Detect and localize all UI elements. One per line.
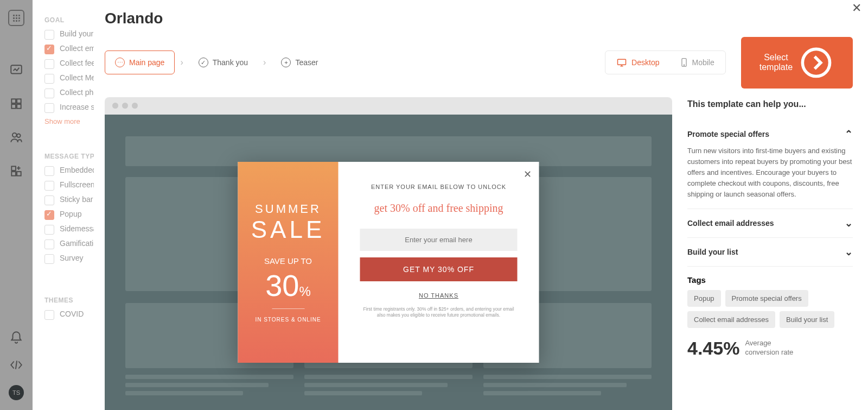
device-toggle: Desktop Mobile xyxy=(605,51,726,74)
tag[interactable]: Popup xyxy=(687,290,721,307)
checkbox[interactable] xyxy=(44,310,54,320)
template-title: Orlando xyxy=(105,10,853,27)
select-template-button[interactable]: Select template xyxy=(741,37,853,89)
top-controls-row: ⋯Main page › ✓Thank you › +Teaser Deskto… xyxy=(105,37,853,89)
popup-submit-button[interactable]: GET MY 30% OFF xyxy=(360,257,518,281)
preview-canvas: SUMMER SALE SAVE UP TO 30% IN STORES & O… xyxy=(105,115,672,410)
tags-list: PopupPromote special offersCollect email… xyxy=(687,290,853,328)
check-icon: ✓ xyxy=(199,58,208,67)
accordion-item: Build your list⌄ xyxy=(687,238,853,267)
chevron-right-icon: › xyxy=(263,58,266,67)
checkbox[interactable] xyxy=(44,45,54,54)
message-type-label: Survey xyxy=(60,254,84,262)
checkbox[interactable] xyxy=(44,74,54,84)
svg-point-13 xyxy=(802,49,829,76)
tag[interactable]: Promote special offers xyxy=(725,290,808,307)
checkbox[interactable] xyxy=(44,239,54,249)
tab-main-page[interactable]: ⋯Main page xyxy=(105,51,175,74)
chevron-up-icon: ⌃ xyxy=(845,128,853,140)
popup-text: SAVE UP TO xyxy=(264,256,312,266)
close-icon[interactable]: ✕ xyxy=(852,1,861,15)
checkbox[interactable] xyxy=(44,166,54,176)
svg-point-12 xyxy=(684,65,685,66)
accordion-header[interactable]: Promote special offers⌃ xyxy=(687,128,853,140)
info-column: This template can help you... Promote sp… xyxy=(687,97,853,410)
template-detail-panel: ✕ Orlando ⋯Main page › ✓Thank you › +Tea… xyxy=(94,0,868,410)
accordion-body: Turn new visitors into first-time buyers… xyxy=(687,146,853,200)
checkbox[interactable] xyxy=(44,30,54,40)
desktop-icon xyxy=(616,58,627,67)
message-type-label: Popup xyxy=(60,210,81,218)
rail-dim-overlay xyxy=(0,0,33,410)
checkbox[interactable] xyxy=(44,254,54,264)
rate-label: Averageconversion rate xyxy=(745,339,793,357)
device-desktop[interactable]: Desktop xyxy=(605,51,670,74)
rate-number: 4.45% xyxy=(687,338,739,359)
chevron-down-icon: ⌄ xyxy=(845,246,853,258)
message-type-label: Embedded xyxy=(60,166,97,174)
tab-teaser[interactable]: +Teaser xyxy=(271,51,328,74)
popup-percent: 30% xyxy=(265,268,311,303)
tags-heading: Tags xyxy=(687,275,853,285)
popup-no-thanks[interactable]: NO THANKS xyxy=(419,292,458,299)
page-tabs: ⋯Main page › ✓Thank you › +Teaser xyxy=(105,51,328,74)
popup-text: SUMMER xyxy=(255,202,321,216)
theme-label: COVID xyxy=(60,310,84,318)
message-type-label: Fullscreen xyxy=(60,180,95,189)
popup-text: SALE xyxy=(251,216,326,243)
checkbox[interactable] xyxy=(44,195,54,205)
dots-icon: ⋯ xyxy=(115,58,125,67)
popup-email-input[interactable] xyxy=(360,229,518,251)
divider xyxy=(272,308,304,309)
message-type-label: Sticky bar xyxy=(60,195,93,204)
tag[interactable]: Build your list xyxy=(780,311,834,328)
accordion-item: Collect email addresses⌄ xyxy=(687,209,853,238)
mobile-icon xyxy=(681,58,687,67)
checkbox[interactable] xyxy=(44,59,54,69)
popup-text: IN STORES & ONLINE xyxy=(255,317,321,323)
popup-heading: ENTER YOUR EMAIL BELOW TO UNLOCK xyxy=(371,184,506,190)
checkbox[interactable] xyxy=(44,103,54,113)
popup-left-panel: SUMMER SALE SAVE UP TO 30% IN STORES & O… xyxy=(238,162,339,363)
chevron-right-icon: › xyxy=(180,58,183,67)
device-mobile[interactable]: Mobile xyxy=(670,51,725,74)
preview-column: SUMMER SALE SAVE UP TO 30% IN STORES & O… xyxy=(105,97,672,410)
checkbox[interactable] xyxy=(44,181,54,191)
checkbox[interactable] xyxy=(44,210,54,220)
tab-thank-you[interactable]: ✓Thank you xyxy=(189,51,258,74)
browser-chrome xyxy=(105,97,672,115)
popup-preview: SUMMER SALE SAVE UP TO 30% IN STORES & O… xyxy=(238,162,539,363)
window-dot xyxy=(132,103,138,109)
accordion-header[interactable]: Collect email addresses⌄ xyxy=(687,217,853,229)
accordion-header[interactable]: Build your list⌄ xyxy=(687,246,853,258)
tag[interactable]: Collect email addresses xyxy=(687,311,775,328)
chevron-down-icon: ⌄ xyxy=(845,217,853,229)
checkbox[interactable] xyxy=(44,225,54,235)
window-dot xyxy=(112,103,118,109)
popup-subheading: get 30% off and free shipping xyxy=(374,202,503,215)
checkbox[interactable] xyxy=(44,89,54,98)
popup-right-panel: ✕ ENTER YOUR EMAIL BELOW TO UNLOCK get 3… xyxy=(339,162,539,363)
conversion-rate: 4.45% Averageconversion rate xyxy=(687,338,853,359)
svg-rect-10 xyxy=(618,60,626,65)
plus-icon: + xyxy=(281,58,291,67)
accordion-item: Promote special offers⌃Turn new visitors… xyxy=(687,120,853,209)
info-heading: This template can help you... xyxy=(687,99,853,109)
arrow-circle-icon xyxy=(798,45,834,81)
popup-fine-print: First time registrants only. 30% off in … xyxy=(360,306,518,318)
window-dot xyxy=(122,103,128,109)
popup-close-icon[interactable]: ✕ xyxy=(524,168,532,180)
